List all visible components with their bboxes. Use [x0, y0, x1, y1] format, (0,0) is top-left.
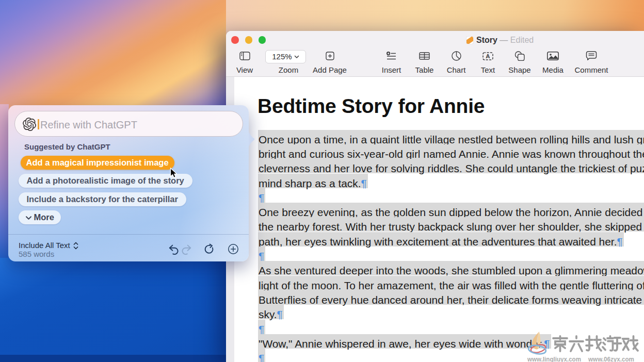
svg-text:www.lingliuyx.com: www.lingliuyx.com [527, 355, 581, 362]
svg-text:www.06zyx.com: www.06zyx.com [588, 355, 634, 362]
svg-text:A: A [486, 53, 490, 59]
